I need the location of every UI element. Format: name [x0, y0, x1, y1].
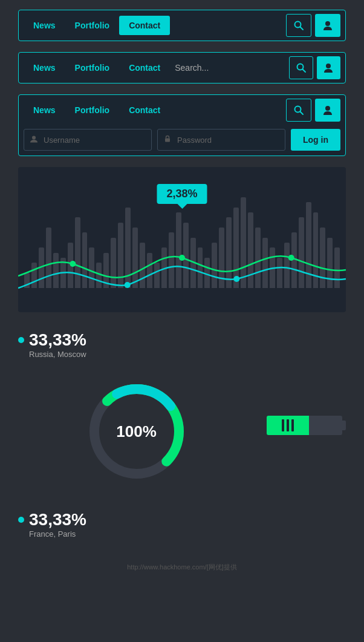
- navbar-3: News Portfolio Contact: [18, 94, 346, 156]
- donut-chart: 100%: [82, 377, 191, 486]
- nav1-search-button[interactable]: [286, 14, 311, 37]
- location-top: 33,33% Russia, Moscow 100%: [18, 330, 255, 539]
- location-dot-2: [18, 517, 24, 523]
- location-pct-2: 33,33%: [29, 510, 86, 529]
- battery-empty: [309, 416, 342, 435]
- battery-filled: [267, 416, 309, 435]
- lock-field-icon: [163, 135, 172, 145]
- svg-point-2: [325, 21, 330, 26]
- nav1-portfolio[interactable]: Portfolio: [65, 16, 120, 35]
- navbar-1: News Portfolio Contact: [18, 10, 346, 41]
- donut-label: 100%: [116, 422, 157, 441]
- nav2-search-button[interactable]: [289, 56, 313, 79]
- login-bar: Log in: [19, 125, 345, 156]
- battery-tip: [342, 421, 346, 430]
- chart-lines: [18, 203, 346, 312]
- location-name-1: Russia, Moscow: [29, 350, 255, 359]
- svg-rect-10: [165, 139, 170, 142]
- chart-section: 2,38%: [18, 167, 346, 312]
- svg-point-11: [70, 261, 76, 267]
- user-field-icon: [30, 135, 38, 145]
- svg-point-5: [326, 64, 331, 68]
- navbar-2: News Portfolio Contact: [18, 52, 346, 84]
- donut-container: 100%: [18, 377, 255, 486]
- nav3-search-button[interactable]: [286, 99, 311, 122]
- nav2-news[interactable]: News: [24, 58, 65, 77]
- battery-indicator: [267, 416, 346, 435]
- battery-seg-3: [291, 419, 294, 431]
- nav2-contact[interactable]: Contact: [119, 58, 170, 77]
- username-input[interactable]: [24, 129, 152, 151]
- svg-line-7: [301, 112, 304, 115]
- password-wrap: [157, 129, 286, 151]
- battery-seg-2: [287, 419, 289, 431]
- svg-point-8: [325, 106, 330, 111]
- login-button[interactable]: Log in: [291, 129, 340, 151]
- password-input[interactable]: [157, 129, 285, 151]
- nav3-contact[interactable]: Contact: [119, 100, 170, 120]
- search-icon-2: [296, 62, 307, 73]
- nav3-news[interactable]: News: [24, 100, 65, 120]
- nav1-contact[interactable]: Contact: [119, 16, 170, 35]
- svg-point-12: [179, 255, 185, 261]
- username-wrap: [24, 129, 152, 151]
- svg-line-1: [301, 27, 304, 30]
- user-icon-2: [323, 62, 334, 73]
- stats-section: 33,33% Russia, Moscow 100%: [18, 318, 346, 551]
- svg-line-4: [302, 70, 305, 73]
- footer-text: http://www.hackhome.com/[网优]提供: [127, 563, 237, 571]
- svg-point-13: [288, 255, 294, 261]
- location-item-1: 33,33% Russia, Moscow: [18, 330, 255, 359]
- user-icon-3: [322, 105, 333, 116]
- nav3-user-button[interactable]: [315, 99, 340, 122]
- nav2-user-button[interactable]: [317, 56, 340, 79]
- chart-tooltip: 2,38%: [157, 184, 207, 204]
- footer: http://www.hackhome.com/[网优]提供: [0, 557, 364, 578]
- svg-point-14: [125, 282, 131, 288]
- search-icon: [293, 20, 304, 31]
- location-dot-1: [18, 337, 24, 343]
- nav2-portfolio[interactable]: Portfolio: [65, 58, 120, 77]
- battery-seg-1: [282, 419, 284, 431]
- nav1-user-button[interactable]: [315, 14, 340, 37]
- nav1-news[interactable]: News: [24, 16, 65, 35]
- search-input[interactable]: [170, 63, 285, 73]
- battery-container: [267, 416, 346, 453]
- location-name-2: France, Paris: [29, 529, 255, 539]
- nav3-portfolio[interactable]: Portfolio: [65, 100, 120, 120]
- location-pct-1: 33,33%: [29, 330, 86, 350]
- svg-point-15: [233, 276, 239, 282]
- search-icon-3: [293, 105, 304, 116]
- user-icon: [322, 20, 333, 31]
- location-item-2: 33,33% France, Paris: [18, 510, 255, 539]
- svg-point-9: [32, 136, 36, 140]
